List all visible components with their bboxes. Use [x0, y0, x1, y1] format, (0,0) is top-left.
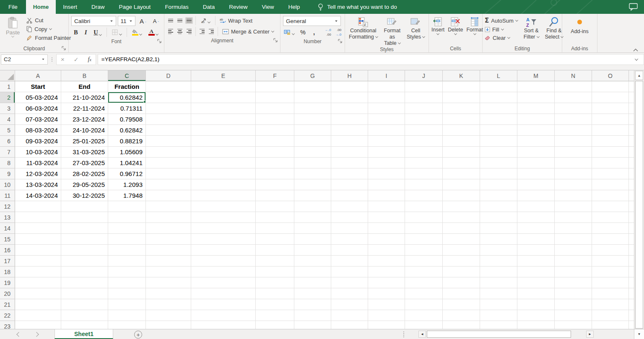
cell-L13[interactable]	[480, 212, 517, 223]
cell-N9[interactable]	[555, 168, 592, 179]
cell-I7[interactable]	[368, 147, 405, 158]
cell-J19[interactable]	[405, 277, 443, 288]
cell-M22[interactable]	[517, 310, 555, 321]
cell-J13[interactable]	[405, 212, 443, 223]
wrap-text-button[interactable]: ab Wrap Text	[218, 17, 254, 25]
cell-O15[interactable]	[592, 234, 629, 245]
cell-F21[interactable]	[256, 299, 294, 310]
cell-F8[interactable]	[256, 158, 294, 168]
cell-F2[interactable]	[256, 92, 294, 103]
cell-B16[interactable]	[61, 245, 108, 256]
middle-align-button[interactable]	[176, 17, 184, 24]
cell-J5[interactable]	[405, 125, 443, 136]
cell-J22[interactable]	[405, 310, 443, 321]
enter-button[interactable]: ✓	[74, 56, 79, 63]
bottom-align-button[interactable]	[185, 17, 193, 24]
cell-G1[interactable]	[294, 81, 331, 92]
cell-K4[interactable]	[443, 114, 480, 125]
cell-C12[interactable]	[108, 201, 146, 212]
tab-scroll-splitter[interactable]	[403, 329, 404, 339]
cell-F19[interactable]	[256, 277, 294, 288]
underline-button[interactable]: U	[91, 28, 104, 36]
format-as-table-button[interactable]: Format as Table	[381, 16, 404, 47]
cell-G10[interactable]	[294, 179, 331, 190]
alignment-dialog-launcher[interactable]	[273, 38, 278, 43]
cell-styles-button[interactable]: Cell Styles	[404, 16, 428, 40]
cell-A18[interactable]	[15, 267, 61, 277]
cell-H11[interactable]	[331, 190, 368, 201]
row-header-20[interactable]: 20	[0, 288, 15, 299]
cell-B7[interactable]: 31-03-2025	[61, 147, 108, 158]
cell-D5[interactable]	[146, 125, 191, 136]
cell-B19[interactable]	[61, 277, 108, 288]
format-cells-button[interactable]: Format	[465, 16, 485, 35]
cell-N12[interactable]	[555, 201, 592, 212]
cell-K20[interactable]	[443, 288, 480, 299]
number-format-combo[interactable]: General	[283, 16, 341, 26]
cell-K22[interactable]	[443, 310, 480, 321]
font-size-combo[interactable]: 11	[118, 16, 135, 26]
cell-D9[interactable]	[146, 168, 191, 179]
menu-tab-insert[interactable]: Insert	[56, 0, 84, 14]
cell-O22[interactable]	[592, 310, 629, 321]
cell-J15[interactable]	[405, 234, 443, 245]
cell-L12[interactable]	[480, 201, 517, 212]
copy-button[interactable]: Copy	[25, 25, 73, 33]
row-header-15[interactable]: 15	[0, 234, 15, 245]
cell-C2[interactable]: 0.62842	[108, 92, 146, 103]
cell-K1[interactable]	[443, 81, 480, 92]
cell-I14[interactable]	[368, 223, 405, 234]
cell-D1[interactable]	[146, 81, 191, 92]
cell-E18[interactable]	[191, 267, 256, 277]
font-dialog-launcher[interactable]	[157, 39, 162, 44]
cell-L22[interactable]	[480, 310, 517, 321]
cell-I17[interactable]	[368, 256, 405, 267]
insert-function-button[interactable]: fx	[88, 56, 91, 63]
menu-tab-home[interactable]: Home	[26, 0, 56, 14]
cell-G16[interactable]	[294, 245, 331, 256]
cell-A14[interactable]	[15, 223, 61, 234]
cell-M2[interactable]	[517, 92, 555, 103]
scroll-right-button[interactable]: ►	[586, 331, 594, 338]
row-header-23[interactable]: 23	[0, 321, 15, 329]
cell-G14[interactable]	[294, 223, 331, 234]
cell-O13[interactable]	[592, 212, 629, 223]
cell-B23[interactable]	[61, 321, 108, 329]
cell-K18[interactable]	[443, 267, 480, 277]
cell-O11[interactable]	[592, 190, 629, 201]
cell-B10[interactable]: 29-05-2025	[61, 179, 108, 190]
cell-N19[interactable]	[555, 277, 592, 288]
cell-J11[interactable]	[405, 190, 443, 201]
cell-B9[interactable]: 28-02-2025	[61, 168, 108, 179]
cell-B12[interactable]	[61, 201, 108, 212]
merge-center-button[interactable]: Merge & Center	[221, 28, 275, 36]
cell-L14[interactable]	[480, 223, 517, 234]
cell-A15[interactable]	[15, 234, 61, 245]
cell-O12[interactable]	[592, 201, 629, 212]
cell-H12[interactable]	[331, 201, 368, 212]
cell-D23[interactable]	[146, 321, 191, 329]
cell-A20[interactable]	[15, 288, 61, 299]
comma-style-button[interactable]: ,	[311, 28, 317, 36]
cell-A1[interactable]: Start	[15, 81, 61, 92]
cell-H10[interactable]	[331, 179, 368, 190]
align-center-button[interactable]	[176, 27, 184, 36]
cell-F1[interactable]	[256, 81, 294, 92]
cell-E19[interactable]	[191, 277, 256, 288]
orientation-button[interactable]: ab	[198, 17, 213, 24]
cell-M16[interactable]	[517, 245, 555, 256]
column-header-H[interactable]: H	[331, 70, 368, 81]
column-header-K[interactable]: K	[443, 70, 480, 81]
cell-I12[interactable]	[368, 201, 405, 212]
cell-D7[interactable]	[146, 147, 191, 158]
row-header-22[interactable]: 22	[0, 310, 15, 321]
cell-C22[interactable]	[108, 310, 146, 321]
cell-E12[interactable]	[191, 201, 256, 212]
cell-F18[interactable]	[256, 267, 294, 277]
cell-O18[interactable]	[592, 267, 629, 277]
cell-E2[interactable]	[191, 92, 256, 103]
cell-C16[interactable]	[108, 245, 146, 256]
cell-H17[interactable]	[331, 256, 368, 267]
cell-G8[interactable]	[294, 158, 331, 168]
row-header-17[interactable]: 17	[0, 256, 15, 267]
